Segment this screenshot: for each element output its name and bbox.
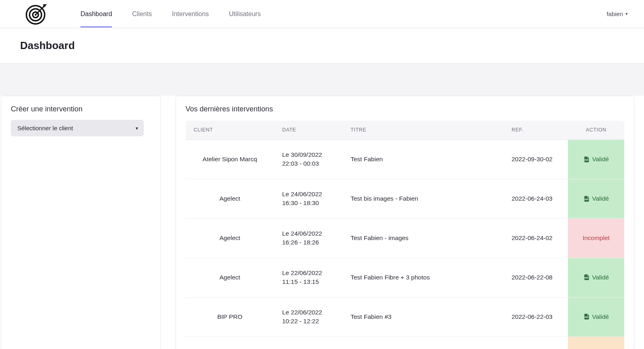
- cell-date: Le 22/06/202210:22 - 12:22: [274, 297, 343, 337]
- cell-ref: 2022-06-24-03: [504, 179, 568, 218]
- col-header-ref: REF.: [504, 121, 568, 139]
- svg-text:PDF: PDF: [585, 199, 589, 201]
- col-header-date: DATE: [274, 121, 343, 139]
- nav-interventions[interactable]: Interventions: [172, 1, 209, 27]
- cell-titre: Test Fabien Fibre + 3 photos: [343, 258, 504, 297]
- pdf-icon: PDF: [583, 274, 592, 281]
- cell-date: Le 22/06/202209:56 - 11:56: [274, 337, 343, 349]
- cell-date: Le 30/09/202222:03 - 00:03: [274, 139, 343, 179]
- cell-action[interactable]: Incomplet: [568, 218, 624, 258]
- cell-action[interactable]: A finaliser: [568, 337, 624, 349]
- topbar: Dashboard Clients Interventions Utilisat…: [0, 0, 644, 28]
- cell-action[interactable]: PDFValidé: [568, 297, 624, 337]
- nav-dashboard[interactable]: Dashboard: [80, 1, 112, 27]
- cell-ref: 2022-06-22-02: [504, 337, 568, 349]
- col-header-client: CLIENT: [186, 121, 274, 139]
- chevron-down-icon: ▾: [625, 11, 628, 16]
- client-select[interactable]: Sélectionner le client: [11, 120, 144, 136]
- cell-client: Agelect: [186, 179, 274, 218]
- create-intervention-heading: Créer une intervention: [11, 105, 151, 113]
- cell-date: Le 24/06/202216:26 - 18:26: [274, 218, 343, 258]
- cell-ref: 2022-06-22-08: [504, 258, 568, 297]
- cell-titre: Test Fabien - images: [343, 218, 504, 258]
- cell-client: BIP PRO: [186, 297, 274, 337]
- cell-client: Agelect: [186, 218, 274, 258]
- create-intervention-panel: Créer une intervention Sélectionner le c…: [1, 96, 161, 349]
- table-row[interactable]: AgelectLe 24/06/202216:26 - 18:26Test Fa…: [186, 218, 624, 258]
- svg-text:PDF: PDF: [585, 159, 589, 161]
- nav-utilisateurs[interactable]: Utilisateurs: [229, 1, 261, 27]
- nav-clients[interactable]: Clients: [132, 1, 152, 27]
- recent-interventions-heading: Vos dernières interventions: [186, 105, 624, 113]
- col-header-action: ACTION: [568, 121, 624, 139]
- cell-ref: 2022-06-22-03: [504, 297, 568, 337]
- cell-date: Le 22/06/202211:15 - 13:15: [274, 258, 343, 297]
- pdf-icon: PDF: [583, 313, 592, 320]
- page-title: Dashboard: [20, 39, 624, 52]
- table-row[interactable]: AgelectLe 22/06/202209:56 - 11:56Test Fa…: [186, 337, 624, 349]
- cell-action[interactable]: PDFValidé: [568, 179, 624, 218]
- spacer-band: [0, 64, 644, 96]
- table-row[interactable]: AgelectLe 24/06/202216:30 - 18:30Test bi…: [186, 179, 624, 218]
- main-nav: Dashboard Clients Interventions Utilisat…: [80, 1, 261, 27]
- table-row[interactable]: Atelier Sipon MarcqLe 30/09/202222:03 - …: [186, 139, 624, 179]
- cell-titre: Test Fabien nr 2 - android + Slow 3G: [343, 337, 504, 349]
- cell-date: Le 24/06/202216:30 - 18:30: [274, 179, 343, 218]
- cell-client: Atelier Sipon Marcq: [186, 139, 274, 179]
- table-row[interactable]: BIP PROLe 22/06/202210:22 - 12:22Test Fa…: [186, 297, 624, 337]
- recent-interventions-panel: Vos dernières interventions CLIENT DATE …: [175, 96, 634, 349]
- col-header-titre: TITRE: [343, 121, 504, 139]
- cell-titre: Test bis images - Fabien: [343, 179, 504, 218]
- cell-ref: 2022-09-30-02: [504, 139, 568, 179]
- user-name: fabien: [607, 10, 623, 17]
- cell-titre: Test Fabien #3: [343, 297, 504, 337]
- interventions-table: CLIENT DATE TITRE REF. ACTION Atelier Si…: [186, 121, 624, 349]
- svg-text:PDF: PDF: [585, 277, 589, 279]
- cell-action[interactable]: PDFValidé: [568, 258, 624, 297]
- table-row[interactable]: AgelectLe 22/06/202211:15 - 13:15Test Fa…: [186, 258, 624, 297]
- pdf-icon: PDF: [583, 156, 592, 162]
- cell-client: Agelect: [186, 337, 274, 349]
- user-menu[interactable]: fabien ▾: [607, 10, 628, 17]
- app-logo: [24, 2, 48, 26]
- page-title-bar: Dashboard: [0, 28, 644, 64]
- cell-titre: Test Fabien: [343, 139, 504, 179]
- cell-action[interactable]: PDFValidé: [568, 139, 624, 179]
- cell-ref: 2022-06-24-02: [504, 218, 568, 258]
- pdf-icon: PDF: [583, 195, 592, 202]
- svg-text:PDF: PDF: [585, 316, 589, 318]
- cell-client: Agelect: [186, 258, 274, 297]
